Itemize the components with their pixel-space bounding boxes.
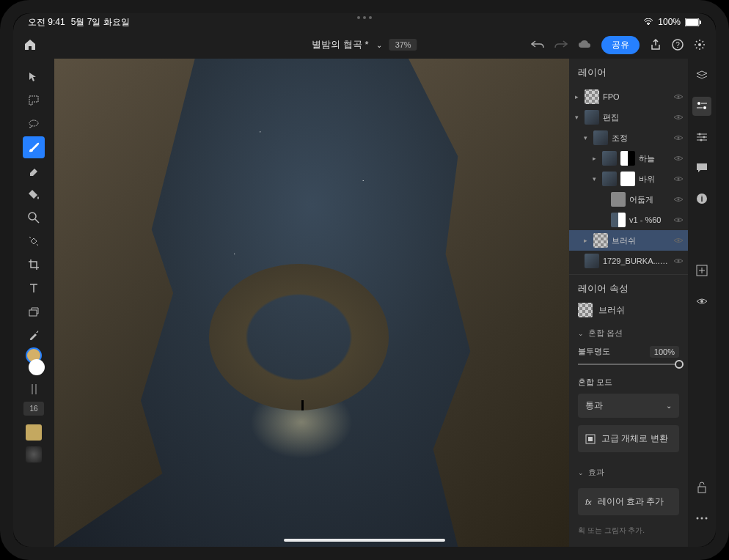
visibility-toggle[interactable]: [673, 196, 684, 203]
expand-toggle[interactable]: ▾: [593, 175, 598, 183]
layer-thumbnail[interactable]: [593, 233, 608, 248]
battery-icon: [685, 18, 701, 26]
layer-thumbnail[interactable]: [620, 172, 635, 186]
battery-level: 100%: [658, 17, 681, 27]
convert-smart-button[interactable]: 고급 개체로 변환: [578, 425, 679, 452]
crop-tool[interactable]: [23, 254, 45, 276]
svg-rect-3: [700, 21, 701, 24]
zoom-level[interactable]: 37%: [389, 39, 417, 51]
lock-icon[interactable]: [692, 478, 711, 497]
info-tab-icon[interactable]: i: [692, 189, 711, 208]
visibility-toggle[interactable]: [673, 175, 684, 183]
more-icon[interactable]: [692, 509, 711, 528]
visibility-icon[interactable]: [692, 292, 711, 311]
clone-tool[interactable]: [23, 301, 45, 323]
add-effect-button[interactable]: fx 레이어 효과 추가: [578, 488, 679, 515]
layer-row[interactable]: ▸FPO: [569, 86, 688, 107]
wifi-icon: [643, 18, 653, 26]
fx-icon: fx: [585, 498, 592, 506]
layer-name: 바위: [639, 174, 670, 185]
blend-mode-select[interactable]: 통과 ⌄: [578, 394, 679, 418]
adjustments-tab-icon[interactable]: [692, 128, 711, 147]
layer-row[interactable]: ▸브러쉬: [569, 230, 688, 251]
layer-thumbnail[interactable]: [593, 130, 608, 145]
tool-rail: 16: [13, 59, 54, 547]
layer-row[interactable]: 어둡게: [569, 189, 688, 210]
visibility-toggle[interactable]: [673, 155, 684, 162]
visibility-toggle[interactable]: [673, 93, 684, 100]
move-tool[interactable]: [23, 66, 45, 88]
layer-row[interactable]: ▾바위: [569, 169, 688, 189]
svg-text:?: ?: [675, 41, 680, 49]
undo-button[interactable]: [531, 40, 544, 50]
fill-tool[interactable]: [23, 183, 45, 205]
home-indicator[interactable]: [284, 539, 445, 542]
add-layer-icon[interactable]: [692, 261, 711, 280]
layer-thumbnail[interactable]: [602, 151, 617, 166]
redo-button[interactable]: [554, 40, 568, 50]
svg-point-13: [678, 158, 680, 160]
comments-tab-icon[interactable]: [692, 158, 711, 177]
zoom-tool[interactable]: [23, 207, 45, 229]
opacity-value[interactable]: 100%: [650, 346, 679, 358]
settings-icon[interactable]: [694, 39, 706, 51]
visibility-toggle[interactable]: [673, 237, 684, 244]
blend-options-toggle[interactable]: ⌄ 혼합 옵션: [569, 320, 688, 342]
expand-toggle[interactable]: ▾: [584, 134, 590, 141]
brush-size[interactable]: 16: [23, 402, 43, 416]
visibility-toggle[interactable]: [673, 134, 684, 141]
canvas[interactable]: [54, 59, 569, 547]
swatch-texture[interactable]: [26, 446, 42, 463]
eyedropper-tool[interactable]: [23, 324, 45, 346]
document-title[interactable]: 별밤의 협곡 *: [312, 38, 368, 51]
swatch-gold[interactable]: [26, 424, 42, 441]
help-icon[interactable]: ?: [672, 39, 684, 51]
svg-point-24: [703, 136, 706, 139]
layer-row[interactable]: ▸하늘: [569, 148, 688, 169]
text-tool[interactable]: [23, 277, 45, 299]
share-button[interactable]: 공유: [601, 36, 640, 54]
opacity-slider-handle[interactable]: [675, 360, 684, 369]
svg-rect-9: [29, 310, 37, 316]
svg-point-6: [698, 43, 701, 46]
layer-thumbnail[interactable]: [611, 192, 626, 207]
brush-tool[interactable]: [23, 136, 45, 158]
svg-point-14: [678, 178, 680, 180]
home-button[interactable]: [23, 38, 37, 51]
layer-row[interactable]: v1 - %60: [569, 210, 688, 230]
layer-thumbnail[interactable]: [585, 254, 599, 268]
svg-rect-20: [588, 437, 593, 441]
expand-toggle[interactable]: ▸: [593, 155, 598, 162]
visibility-toggle[interactable]: [673, 216, 684, 224]
layer-row[interactable]: ▾조정: [569, 128, 688, 148]
heal-tool[interactable]: [23, 230, 45, 252]
opacity-slider[interactable]: [578, 364, 679, 365]
layer-thumbnail[interactable]: [611, 213, 626, 227]
lasso-tool[interactable]: [23, 89, 45, 111]
properties-tab-icon[interactable]: [692, 97, 711, 116]
svg-point-8: [29, 213, 36, 220]
layer-thumbnail[interactable]: [585, 89, 599, 104]
multitasking-dots[interactable]: [357, 16, 372, 19]
layer-row[interactable]: 1729_BURKA...anced-NR33: [569, 251, 688, 271]
eraser-tool[interactable]: [23, 160, 45, 182]
chevron-down-icon: ⌄: [666, 402, 672, 410]
layers-tab-icon[interactable]: [692, 66, 711, 85]
visibility-toggle[interactable]: [673, 114, 684, 121]
blend-mode-value: 통과: [585, 399, 603, 412]
visibility-toggle[interactable]: [673, 257, 684, 265]
chevron-down-icon[interactable]: ⌄: [376, 41, 382, 49]
layer-thumbnail[interactable]: [585, 110, 599, 125]
effects-toggle[interactable]: ⌄ 효과: [569, 460, 688, 481]
cloud-icon[interactable]: [578, 40, 591, 50]
selection-tool[interactable]: [23, 113, 45, 135]
layer-row[interactable]: ▾편집: [569, 107, 688, 128]
background-color[interactable]: [29, 359, 45, 375]
expand-toggle[interactable]: ▸: [584, 237, 590, 244]
layer-thumbnail[interactable]: [602, 172, 617, 186]
expand-toggle[interactable]: ▾: [575, 114, 581, 121]
svg-text:i: i: [700, 194, 703, 203]
export-icon[interactable]: [650, 39, 662, 51]
expand-toggle[interactable]: ▸: [575, 93, 581, 100]
layer-thumbnail[interactable]: [620, 151, 635, 166]
